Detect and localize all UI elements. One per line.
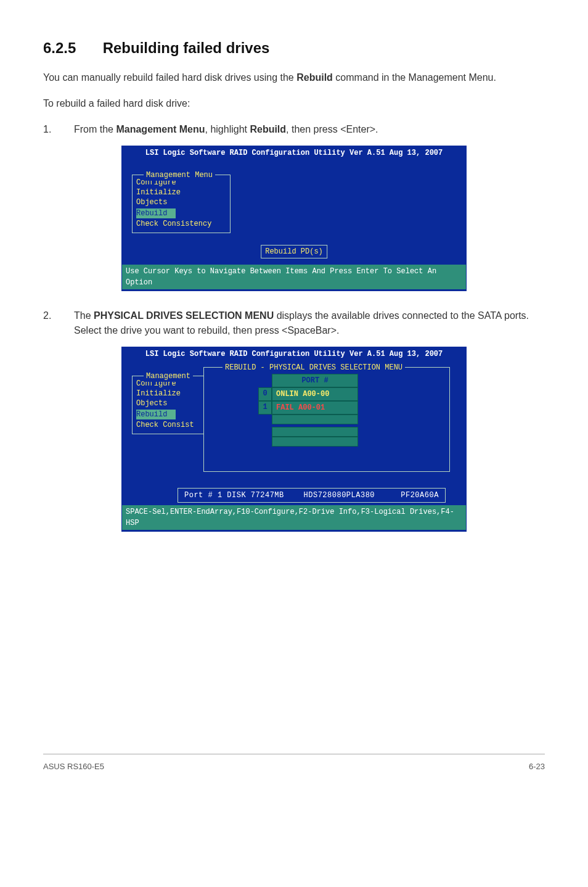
section-heading: 6.2.5 Rebuilding failed drives bbox=[43, 37, 545, 59]
s1d: Rebuild bbox=[250, 124, 286, 134]
terminal-title: LSI Logic Software RAID Configuration Ut… bbox=[122, 146, 466, 160]
drive-label: FAIL A00-01 bbox=[272, 401, 358, 415]
management-menu: Management Menu Configure Initialize Obj… bbox=[132, 175, 231, 233]
drive-row-1[interactable]: 1 FAIL A00-01 bbox=[258, 401, 444, 415]
port-rev: PF20A60A bbox=[401, 490, 439, 501]
terminal-screenshot-1: LSI Logic Software RAID Configuration Ut… bbox=[121, 146, 467, 291]
drive-row-0[interactable]: 0 ONLIN A00-00 bbox=[258, 387, 444, 401]
section-title: Rebuilding failed drives bbox=[103, 39, 270, 56]
drive-empty-row bbox=[272, 437, 358, 447]
port-name: Port # 1 DISK bbox=[184, 490, 246, 501]
intro-text-b: command in the Management Menu. bbox=[333, 72, 496, 83]
terminal-footer: SPACE-Sel,ENTER-EndArray,F10-Configure,F… bbox=[122, 505, 466, 530]
menu-item-check-consistency[interactable]: Check Consistency bbox=[136, 219, 226, 229]
page-footer: ASUS RS160-E5 6-23 bbox=[43, 754, 545, 773]
step-text: The PHYSICAL DRIVES SELECTION MENU displ… bbox=[74, 308, 545, 338]
step-number: 1. bbox=[43, 122, 74, 137]
management-menu-legend: Management bbox=[144, 371, 193, 382]
section-number: 6.2.5 bbox=[43, 37, 99, 59]
intro-text-a: You can manually rebuild failed hard dis… bbox=[43, 72, 296, 83]
drive-selection-panel: REBUILD - PHYSICAL DRIVES SELECTION MENU… bbox=[203, 367, 450, 472]
s1c: , highlight bbox=[205, 124, 250, 134]
step-number: 2. bbox=[43, 308, 74, 338]
menu-item-objects[interactable]: Objects bbox=[136, 197, 226, 207]
drive-selection-legend: REBUILD - PHYSICAL DRIVES SELECTION MENU bbox=[223, 362, 405, 373]
port-size: 77247MB bbox=[251, 490, 299, 501]
rebuild-pd-box: Rebuild PD(s) bbox=[261, 245, 327, 258]
menu-item-objects[interactable]: Objects bbox=[136, 398, 203, 408]
menu-item-rebuild[interactable]: Rebuild bbox=[136, 208, 176, 218]
drive-table-header: PORT # bbox=[272, 374, 358, 387]
intro-paragraph: You can manually rebuild failed hard dis… bbox=[43, 70, 545, 85]
s1b: Management Menu bbox=[116, 124, 205, 134]
port-info-box: Port # 1 DISK 77247MB HDS728080PLA380 PF… bbox=[178, 488, 446, 503]
s1e: , then press <Enter>. bbox=[286, 124, 378, 134]
drive-empty-row bbox=[272, 427, 358, 437]
terminal-screenshot-2: LSI Logic Software RAID Configuration Ut… bbox=[121, 347, 467, 532]
drive-index: 1 bbox=[258, 401, 272, 415]
menu-item-initialize[interactable]: Initialize bbox=[136, 188, 226, 197]
s2b: PHYSICAL DRIVES SELECTION MENU bbox=[94, 310, 274, 321]
terminal-footer: Use Cursor Keys to Navigate Between Item… bbox=[122, 265, 466, 289]
drive-index: 0 bbox=[258, 387, 272, 401]
management-menu: Management Configure Initialize Objects … bbox=[132, 376, 207, 434]
terminal-title: LSI Logic Software RAID Configuration Ut… bbox=[122, 347, 466, 361]
management-menu-legend: Management Menu bbox=[144, 170, 215, 181]
menu-item-initialize[interactable]: Initialize bbox=[136, 389, 203, 398]
drive-empty-row bbox=[272, 415, 358, 424]
step-1: 1. From the Management Menu, highlight R… bbox=[43, 122, 545, 137]
drive-table: PORT # 0 ONLIN A00-00 1 FAIL A00-01 bbox=[258, 374, 444, 447]
footer-left: ASUS RS160-E5 bbox=[43, 761, 104, 773]
s2a: The bbox=[74, 310, 94, 321]
step-text: From the Management Menu, highlight Rebu… bbox=[74, 122, 545, 137]
s1a: From the bbox=[74, 124, 116, 134]
intro-bold: Rebuild bbox=[296, 72, 333, 83]
footer-right: 6-23 bbox=[529, 761, 545, 773]
menu-item-check-consist[interactable]: Check Consist bbox=[136, 420, 203, 430]
step-2: 2. The PHYSICAL DRIVES SELECTION MENU di… bbox=[43, 308, 545, 338]
menu-item-rebuild[interactable]: Rebuild bbox=[136, 410, 176, 419]
subintro-paragraph: To rebuild a failed hard disk drive: bbox=[43, 96, 545, 111]
drive-label: ONLIN A00-00 bbox=[272, 387, 358, 401]
port-model: HDS728080PLA380 bbox=[304, 490, 396, 501]
